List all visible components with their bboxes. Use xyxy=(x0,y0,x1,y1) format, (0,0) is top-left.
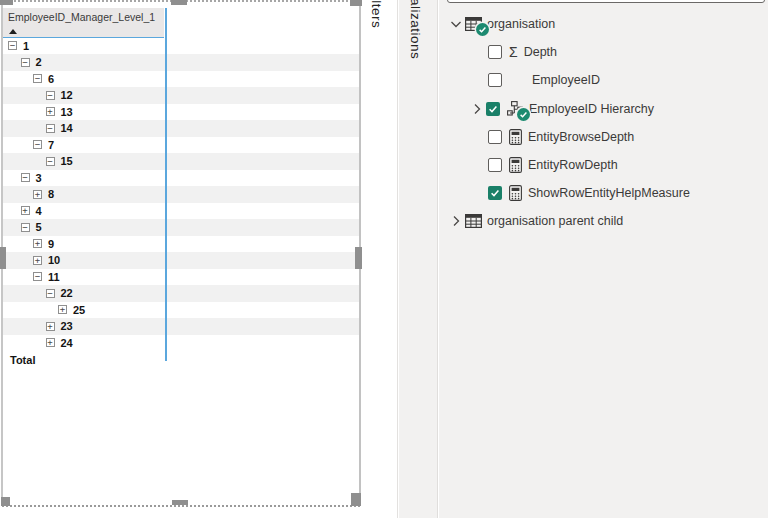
row-label: 11 xyxy=(48,271,60,283)
field-checkbox[interactable] xyxy=(486,102,500,116)
collapse-icon[interactable]: − xyxy=(33,272,42,281)
row-label: 14 xyxy=(61,122,73,134)
row-label: 22 xyxy=(61,287,73,299)
filters-pane-title[interactable]: Filters xyxy=(369,0,384,28)
matrix-row[interactable]: +24 xyxy=(2,335,360,352)
selection-handle-bottom-right[interactable] xyxy=(351,493,361,506)
field-checkbox[interactable] xyxy=(488,73,502,87)
collapse-icon[interactable]: − xyxy=(46,91,55,100)
collapse-icon[interactable]: − xyxy=(8,41,17,50)
matrix-row[interactable]: −15 xyxy=(2,153,360,170)
field-label: EntityBrowseDepth xyxy=(528,130,634,144)
field-label: organisation xyxy=(487,17,555,31)
field-row-employeeid[interactable]: EmployeeID xyxy=(439,66,768,94)
row-label: 13 xyxy=(61,106,73,118)
table-row-organisation-parent-child[interactable]: organisation parent child xyxy=(439,207,768,235)
collapse-icon[interactable]: − xyxy=(21,223,30,232)
field-row-entityrowdepth[interactable]: EntityRowDepth xyxy=(439,151,768,179)
matrix-row[interactable]: −22 xyxy=(2,285,360,302)
selection-handle-bottom-left[interactable] xyxy=(1,497,10,506)
field-label: EmployeeID Hierarchy xyxy=(529,102,654,116)
visualizations-pane-title[interactable]: Visualizations xyxy=(408,0,423,59)
row-label: 3 xyxy=(36,172,42,184)
chevron-right-icon[interactable] xyxy=(471,103,483,115)
table-row-organisation[interactable]: organisation xyxy=(439,10,768,38)
collapse-icon[interactable]: − xyxy=(21,58,30,67)
field-row-entitybrowsedepth[interactable]: EntityBrowseDepth xyxy=(439,123,768,151)
field-used-badge-icon xyxy=(517,108,530,121)
matrix-row[interactable]: −3 xyxy=(2,170,360,187)
matrix-row[interactable]: +13 xyxy=(2,104,360,121)
fields-list: organisationΣDepthEmployeeIDEmployeeID H… xyxy=(439,10,768,236)
matrix-rows: −1−2−6−12+13−14−7−15−3+8+4−5+9+10−11−22+… xyxy=(2,38,360,369)
matrix-row[interactable]: +8 xyxy=(2,186,360,203)
expand-icon[interactable]: + xyxy=(46,107,55,116)
expand-icon[interactable]: + xyxy=(21,206,30,215)
row-label: 1 xyxy=(23,40,29,52)
selection-border-bottom xyxy=(2,505,360,507)
row-label: 6 xyxy=(48,73,54,85)
selection-handle-top-middle[interactable] xyxy=(171,0,187,5)
row-label: 12 xyxy=(61,89,73,101)
expand-icon[interactable]: + xyxy=(33,239,42,248)
field-checkbox[interactable] xyxy=(488,130,502,144)
matrix-row[interactable]: +9 xyxy=(2,236,360,253)
selection-handle-bottom-middle[interactable] xyxy=(172,500,188,505)
field-checkbox[interactable] xyxy=(488,45,502,59)
calculator-icon xyxy=(509,157,522,173)
calculator-icon xyxy=(509,129,522,145)
field-row-depth[interactable]: ΣDepth xyxy=(439,38,768,66)
collapse-icon[interactable]: − xyxy=(46,157,55,166)
selection-handle-top-left[interactable] xyxy=(0,0,13,5)
row-label: 24 xyxy=(61,337,73,349)
row-label: 5 xyxy=(36,221,42,233)
search-input[interactable] xyxy=(447,0,765,3)
matrix-row[interactable]: +10 xyxy=(2,252,360,269)
matrix-row[interactable]: −5 xyxy=(2,219,360,236)
matrix-row[interactable]: +23 xyxy=(2,318,360,335)
collapse-icon[interactable]: − xyxy=(33,74,42,83)
matrix-row[interactable]: −7 xyxy=(2,137,360,154)
matrix-row[interactable]: +25 xyxy=(2,302,360,319)
report-canvas[interactable]: EmployeeID_Manager_Level_1 −1−2−6−12+13−… xyxy=(0,0,362,518)
row-label: 23 xyxy=(61,320,73,332)
expand-icon[interactable]: + xyxy=(58,305,67,314)
expand-icon[interactable]: + xyxy=(33,256,42,265)
chevron-down-icon[interactable] xyxy=(450,18,462,30)
matrix-column-header[interactable]: EmployeeID_Manager_Level_1 xyxy=(2,8,164,38)
field-row-employeeid-hierarchy[interactable]: EmployeeID Hierarchy xyxy=(439,95,768,123)
matrix-row[interactable]: −1 xyxy=(2,38,360,55)
row-label: 10 xyxy=(48,254,60,266)
expand-icon[interactable]: + xyxy=(46,322,55,331)
filters-pane-collapsed[interactable]: Filters xyxy=(362,0,398,518)
selection-handle-top-right[interactable] xyxy=(350,0,362,6)
matrix-row[interactable]: +4 xyxy=(2,203,360,220)
matrix-row[interactable]: −11 xyxy=(2,269,360,286)
collapse-icon[interactable]: − xyxy=(46,289,55,298)
row-label: 4 xyxy=(36,205,42,217)
fields-pane: organisationΣDepthEmployeeIDEmployeeID H… xyxy=(439,0,768,518)
field-checkbox[interactable] xyxy=(488,158,502,172)
collapse-icon[interactable]: − xyxy=(46,124,55,133)
matrix-row[interactable]: −6 xyxy=(2,71,360,88)
visualizations-pane-collapsed[interactable]: Visualizations xyxy=(399,0,438,518)
selection-handle-middle-left[interactable] xyxy=(0,247,6,269)
field-label: EmployeeID xyxy=(532,73,600,87)
chevron-right-icon[interactable] xyxy=(450,215,462,227)
collapse-icon[interactable]: − xyxy=(33,140,42,149)
calculator-icon xyxy=(509,185,522,201)
matrix-row[interactable]: −2 xyxy=(2,54,360,71)
expand-icon[interactable]: + xyxy=(33,190,42,199)
hierarchy-icon xyxy=(507,101,523,116)
collapse-icon[interactable]: − xyxy=(21,173,30,182)
expand-icon[interactable]: + xyxy=(46,338,55,347)
selection-handle-middle-right[interactable] xyxy=(355,247,362,269)
row-label: 25 xyxy=(73,304,85,316)
row-label: 7 xyxy=(48,139,54,151)
matrix-row[interactable]: −14 xyxy=(2,120,360,137)
powerbi-workspace: EmployeeID_Manager_Level_1 −1−2−6−12+13−… xyxy=(0,0,768,518)
field-checkbox[interactable] xyxy=(488,186,502,200)
matrix-row[interactable]: −12 xyxy=(2,87,360,104)
field-row-showrowentityhelpmeasure[interactable]: ShowRowEntityHelpMeasure xyxy=(439,179,768,207)
sort-ascending-icon[interactable] xyxy=(9,29,17,34)
